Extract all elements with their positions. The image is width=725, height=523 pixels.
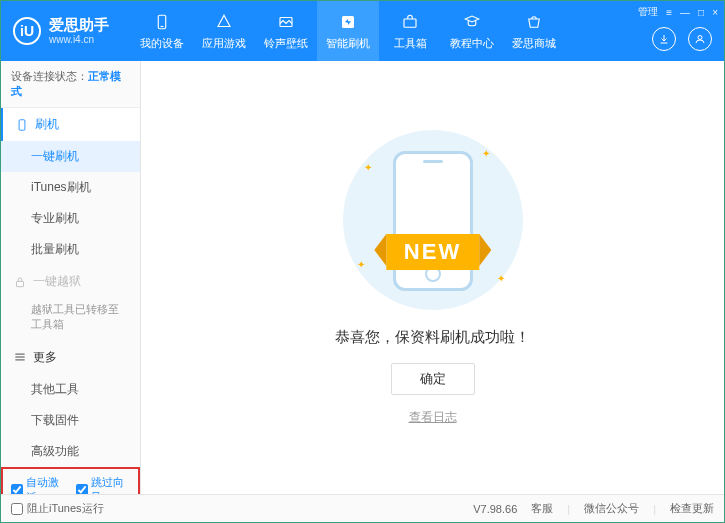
new-banner: NEW <box>386 234 479 270</box>
sidebar-section-jailbreak: 一键越狱 <box>1 265 140 298</box>
maximize-button[interactable]: □ <box>698 7 704 18</box>
window-controls: 管理 ≡ — □ × <box>638 5 718 19</box>
separator: | <box>567 503 570 515</box>
toolbox-icon <box>400 12 420 32</box>
body: 设备连接状态：正常模式 刷机 一键刷机 iTunes刷机 专业刷机 批量刷机 一… <box>1 61 724 494</box>
brand-logo-icon: iU <box>13 17 41 45</box>
checkbox-auto-activate[interactable]: 自动激活 <box>11 475 66 494</box>
conn-label: 设备连接状态： <box>11 70 88 82</box>
svg-rect-4 <box>404 19 416 27</box>
version-label: V7.98.66 <box>473 503 517 515</box>
nav-ringtone-wallpaper[interactable]: 铃声壁纸 <box>255 1 317 61</box>
main-content: ✦ ✦ ✦ ✦ NEW 恭喜您，保资料刷机成功啦！ 确定 查看日志 <box>141 61 724 494</box>
jailbreak-note: 越狱工具已转移至 工具箱 <box>1 298 140 341</box>
separator: | <box>653 503 656 515</box>
sidebar: 设备连接状态：正常模式 刷机 一键刷机 iTunes刷机 专业刷机 批量刷机 一… <box>1 61 141 494</box>
account-button[interactable] <box>688 27 712 51</box>
customer-service-link[interactable]: 客服 <box>531 501 553 516</box>
sidebar-item-itunes-flash[interactable]: iTunes刷机 <box>1 172 140 203</box>
sidebar-section-flash[interactable]: 刷机 <box>1 108 140 141</box>
apps-icon <box>214 12 234 32</box>
block-itunes-label: 阻止iTunes运行 <box>27 501 104 516</box>
block-itunes-checkbox[interactable]: 阻止iTunes运行 <box>11 501 104 516</box>
top-nav: 我的设备 应用游戏 铃声壁纸 智能刷机 工具箱 教程中心 <box>131 1 565 61</box>
nav-toolbox[interactable]: 工具箱 <box>379 1 441 61</box>
skip-guide-input[interactable] <box>76 484 88 494</box>
wechat-link[interactable]: 微信公众号 <box>584 501 639 516</box>
nav-label: 应用游戏 <box>202 36 246 51</box>
svg-rect-7 <box>17 281 24 286</box>
settings-button[interactable]: 管理 <box>638 5 658 19</box>
check-update-link[interactable]: 检查更新 <box>670 501 714 516</box>
more-icon <box>13 350 27 364</box>
skip-guide-label: 跳过向导 <box>91 475 131 494</box>
nav-store[interactable]: 爱思商城 <box>503 1 565 61</box>
close-button[interactable]: × <box>712 7 718 18</box>
sidebar-item-pro-flash[interactable]: 专业刷机 <box>1 203 140 234</box>
section-label: 一键越狱 <box>33 273 81 290</box>
nav-label: 我的设备 <box>140 36 184 51</box>
download-button[interactable] <box>652 27 676 51</box>
sidebar-section-more[interactable]: 更多 <box>1 341 140 374</box>
brand-subtitle: www.i4.cn <box>49 34 109 46</box>
auto-activate-label: 自动激活 <box>26 475 66 494</box>
checkbox-skip-guide[interactable]: 跳过向导 <box>76 475 131 494</box>
checkbox-highlight-box: 自动激活 跳过向导 <box>1 467 140 494</box>
nav-label: 工具箱 <box>394 36 427 51</box>
lock-icon <box>13 275 27 289</box>
minimize-button[interactable]: — <box>680 7 690 18</box>
section-label: 刷机 <box>35 116 59 133</box>
flash-icon <box>338 12 358 32</box>
block-itunes-input[interactable] <box>11 503 23 515</box>
sidebar-item-advanced[interactable]: 高级功能 <box>1 436 140 467</box>
success-message: 恭喜您，保资料刷机成功啦！ <box>335 328 530 347</box>
success-illustration: ✦ ✦ ✦ ✦ NEW <box>343 130 523 310</box>
phone-icon <box>152 12 172 32</box>
sidebar-item-batch-flash[interactable]: 批量刷机 <box>1 234 140 265</box>
nav-label: 铃声壁纸 <box>264 36 308 51</box>
auto-activate-input[interactable] <box>11 484 23 494</box>
header-right-icons <box>652 27 712 51</box>
nav-label: 爱思商城 <box>512 36 556 51</box>
nav-apps-games[interactable]: 应用游戏 <box>193 1 255 61</box>
section-label: 更多 <box>33 349 57 366</box>
svg-rect-6 <box>19 119 25 130</box>
flash-section-icon <box>15 118 29 132</box>
nav-my-device[interactable]: 我的设备 <box>131 1 193 61</box>
tutorial-icon <box>462 12 482 32</box>
connection-status: 设备连接状态：正常模式 <box>1 61 140 108</box>
view-log-link[interactable]: 查看日志 <box>409 409 457 426</box>
nav-smart-flash[interactable]: 智能刷机 <box>317 1 379 61</box>
wallpaper-icon <box>276 12 296 32</box>
brand: iU 爱思助手 www.i4.cn <box>1 16 121 46</box>
nav-tutorial[interactable]: 教程中心 <box>441 1 503 61</box>
sidebar-item-download-firmware[interactable]: 下载固件 <box>1 405 140 436</box>
header: 管理 ≡ — □ × iU 爱思助手 www.i4.cn 我的设备 应用游戏 <box>1 1 724 61</box>
sidebar-item-other-tools[interactable]: 其他工具 <box>1 374 140 405</box>
sidebar-item-one-key-flash[interactable]: 一键刷机 <box>1 141 140 172</box>
svg-point-5 <box>698 36 702 40</box>
menu-button[interactable]: ≡ <box>666 7 672 18</box>
app-window: 管理 ≡ — □ × iU 爱思助手 www.i4.cn 我的设备 应用游戏 <box>0 0 725 523</box>
brand-title: 爱思助手 <box>49 16 109 34</box>
store-icon <box>524 12 544 32</box>
nav-label: 智能刷机 <box>326 36 370 51</box>
nav-label: 教程中心 <box>450 36 494 51</box>
footer: 阻止iTunes运行 V7.98.66 客服 | 微信公众号 | 检查更新 <box>1 494 724 522</box>
ok-button[interactable]: 确定 <box>391 363 475 395</box>
